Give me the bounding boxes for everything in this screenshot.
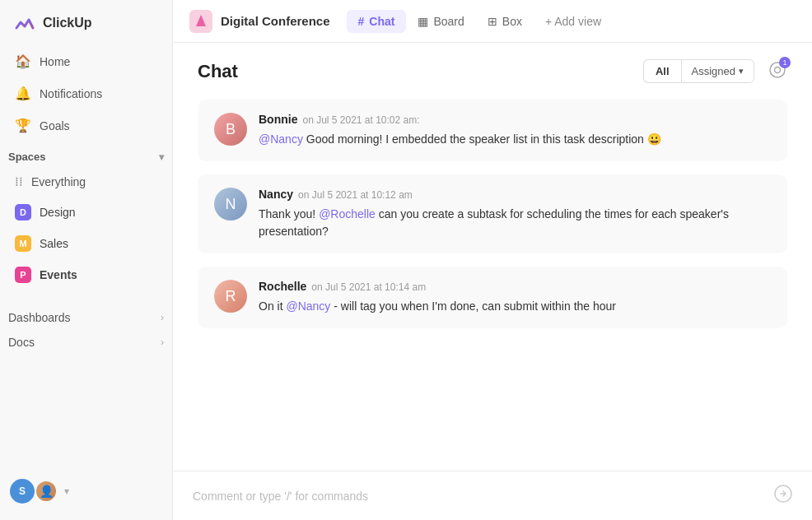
sidebar-item-sales[interactable]: M Sales [7,229,166,258]
message-bonnie-content: Bonnie on Jul 5 2021 at 10:02 am: @Nancy… [259,113,771,148]
box-tab-icon: ⊞ [488,15,497,28]
message-nancy-content: Nancy on Jul 5 2021 at 10:12 am Thank yo… [259,188,771,240]
sidebar-item-sales-label: Sales [40,237,68,250]
tab-board[interactable]: ▦ Board [406,10,475,33]
tab-board-label: Board [433,15,464,28]
message-rochelle-meta: Rochelle on Jul 5 2021 at 10:14 am [259,280,771,293]
message-bonnie-author: Bonnie [259,113,297,126]
everything-grid-icon: ⁞⁞ [15,174,23,189]
sidebar-user-section[interactable]: S 👤 ▾ [0,471,172,512]
filter-assigned-dropdown[interactable]: Assigned ▾ [681,59,754,83]
events-badge: P [15,267,31,283]
app-name: ClickUp [43,16,92,30]
board-tab-icon: ▦ [418,15,428,28]
tab-box[interactable]: ⊞ Box [476,10,534,33]
design-badge: D [15,204,31,221]
clickup-logo-icon [13,12,36,35]
avatar-s: S [10,479,35,504]
sidebar-nav: 🏠 Home 🔔 Notifications 🏆 Goals [0,46,172,141]
comment-placeholder: Comment or type '/' for commands [193,490,368,503]
avatar-bonnie: B [214,113,247,146]
message-nancy-time: on Jul 5 2021 at 10:12 am [298,189,413,201]
chat-area: Chat All Assigned ▾ 1 [173,43,812,520]
send-icon [774,485,792,507]
message-nancy-before: Thank you! [259,207,319,221]
comment-box[interactable]: Comment or type '/' for commands [173,471,812,520]
message-bonnie-meta: Bonnie on Jul 5 2021 at 10:02 am: [259,113,771,126]
docs-section[interactable]: Docs › [0,327,172,352]
messages-list: B Bonnie on Jul 5 2021 at 10:02 am: @Nan… [173,91,812,471]
message-nancy-text: Thank you! @Rochelle can you create a su… [259,206,771,240]
sidebar-item-notifications-label: Notifications [40,87,102,100]
sidebar-item-events-label: Events [40,268,77,281]
message-nancy: N Nancy on Jul 5 2021 at 10:12 am Thank … [198,174,787,253]
message-nancy-meta: Nancy on Jul 5 2021 at 10:12 am [259,188,771,201]
chat-tab-icon: # [358,15,365,28]
mention-nancy-2: @Nancy [286,299,330,313]
spaces-chevron-icon: ▾ [159,151,164,163]
message-rochelle-after: - will tag you when I'm done, can submit… [330,299,616,313]
tab-box-label: Box [502,15,522,28]
app-logo[interactable]: ClickUp [0,0,172,46]
sidebar-item-design-label: Design [40,206,76,219]
sidebar-item-notifications[interactable]: 🔔 Notifications [7,78,166,109]
sidebar-item-events[interactable]: P Events [7,260,166,290]
chat-title: Chat [198,61,238,82]
docs-label: Docs [8,336,35,349]
message-rochelle-author: Rochelle [259,280,306,293]
sidebar-item-everything-label: Everything [31,175,86,188]
message-bonnie-text: @Nancy Good morning! I embedded the spea… [259,131,771,148]
mention-nancy-1: @Nancy [259,132,303,146]
filter-chevron-icon: ▾ [739,66,744,77]
message-rochelle-text: On it @Nancy - will tag you when I'm don… [259,298,771,315]
add-view-button[interactable]: + Add view [537,10,609,33]
sidebar-item-goals[interactable]: 🏆 Goals [7,110,166,141]
sidebar-item-goals-label: Goals [40,119,70,132]
sidebar: ClickUp 🏠 Home 🔔 Notifications 🏆 Goals S… [0,0,173,520]
message-bonnie-body: Good morning! I embedded the speaker lis… [303,132,661,146]
add-view-label: + Add view [545,15,601,28]
dashboards-section[interactable]: Dashboards › [0,303,172,327]
topbar: Digital Conference # Chat ▦ Board ⊞ Box … [173,0,812,43]
svg-point-3 [775,67,781,72]
dashboards-label: Dashboards [8,311,71,324]
tab-chat[interactable]: # Chat [347,10,407,33]
message-rochelle-before: On it [259,299,286,313]
dashboards-chevron-icon: › [161,312,164,323]
watch-badge: 1 [779,57,791,68]
message-bonnie-time: on Jul 5 2021 at 10:02 am: [302,114,419,126]
avatar-nancy: N [214,188,247,221]
message-rochelle-time: on Jul 5 2021 at 10:14 am [311,281,426,293]
sidebar-item-home-label: Home [40,55,70,68]
project-title: Digital Conference [221,14,330,28]
sales-badge: M [15,235,31,252]
sidebar-item-everything[interactable]: ⁞⁞ Everything [7,168,166,196]
user-menu-arrow: ▾ [64,485,69,497]
avatar-user2: 👤 [35,480,58,503]
bell-icon: 🔔 [15,86,31,101]
avatar-rochelle: R [214,280,247,313]
tab-chat-label: Chat [369,15,394,28]
sidebar-item-home[interactable]: 🏠 Home [7,46,166,77]
avatar-group: S [10,479,35,504]
project-icon [189,10,212,33]
docs-chevron-icon: › [161,337,164,348]
message-rochelle: R Rochelle on Jul 5 2021 at 10:14 am On … [198,267,787,328]
goals-icon: 🏆 [15,118,31,133]
home-icon: 🏠 [15,53,31,69]
message-rochelle-content: Rochelle on Jul 5 2021 at 10:14 am On it… [259,280,771,315]
mention-rochelle: @Rochelle [319,207,376,221]
filter-all-button[interactable]: All [643,59,681,83]
sidebar-item-design[interactable]: D Design [7,197,166,227]
spaces-section-header[interactable]: Spaces ▾ [0,141,172,168]
spaces-label: Spaces [8,151,46,163]
chat-header: Chat All Assigned ▾ 1 [173,43,812,91]
filter-assigned-label: Assigned [692,65,735,77]
watch-button[interactable]: 1 [768,60,787,83]
message-bonnie: B Bonnie on Jul 5 2021 at 10:02 am: @Nan… [198,100,787,161]
chat-filter: All Assigned ▾ [643,59,754,83]
message-nancy-author: Nancy [259,188,293,201]
main-content: Digital Conference # Chat ▦ Board ⊞ Box … [173,0,812,520]
